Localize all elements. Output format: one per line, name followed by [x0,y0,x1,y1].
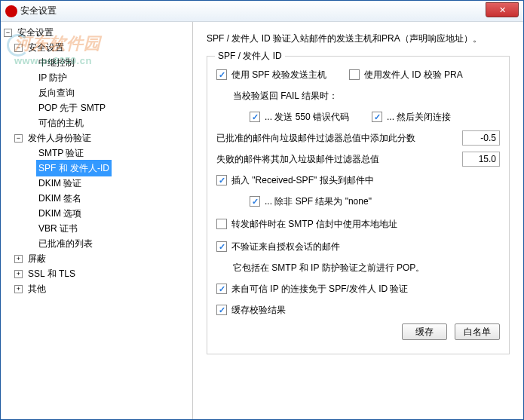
toggle-icon[interactable]: − [14,134,23,143]
toggle-icon[interactable]: − [14,44,23,52]
toggle-icon[interactable]: + [14,255,23,263]
cache-button[interactable]: 缓存 [402,323,447,340]
tree-item-spf-senderid[interactable]: SPF 和 发件人-ID [25,161,192,176]
chk-unless-none[interactable] [250,196,260,207]
label-trusted-exempt: 来自可信 IP 的连接免于 SPF/发件人 ID 验证 [231,283,408,296]
label-failed-score: 失败的邮件将其加入垃圾邮件过滤器总值 [216,153,379,166]
label-close-conn: ... 然后关闭连接 [387,111,451,124]
chk-close-conn[interactable] [372,112,382,122]
label-fail-result: 当校验返回 FAIL 结果时： [233,90,338,103]
label-forward-local: 转发邮件时在 SMTP 信封中使用本地地址 [231,218,397,231]
chk-trusted-exempt[interactable] [216,284,227,294]
label-unless-none: ... 除非 SPF 结果为 "none" [265,195,372,208]
toggle-icon[interactable]: + [14,285,23,293]
label-cache-results: 缓存校验结果 [231,304,286,317]
tree-item-reverse-lookup[interactable]: 反向查询 [25,85,192,100]
titlebar: 安全设置 ✕ [1,1,523,22]
chk-no-verify-auth[interactable] [216,241,227,252]
input-failed-score[interactable] [462,152,500,167]
chk-forward-local[interactable] [216,219,227,229]
toggle-icon[interactable]: − [4,29,12,37]
tree-root[interactable]: −安全设置 [4,25,192,40]
tree-panel: 河东软件园 www.pc0359.cn −安全设置 −安全设置 中继控制 IP … [1,22,193,420]
tree-item-ip-shield[interactable]: IP 防护 [25,70,192,85]
tree: −安全设置 −安全设置 中继控制 IP 防护 反向查询 POP 先于 SMTP … [1,25,192,296]
tree-item-dkim-options[interactable]: DKIM 选项 [25,206,192,221]
page-description: SPF / 发件人 ID 验证入站邮件的发送主机和PRA（声明响应地址）。 [207,32,510,45]
window-title: 安全设置 [20,5,57,17]
tree-item-smtp-auth[interactable]: SMTP 验证 [25,146,192,161]
label-includes-pop: 它包括在 SMTP 和 IP 防护验证之前进行 POP。 [233,262,424,274]
label-use-spf: 使用 SPF 校验发送主机 [231,69,326,81]
content-panel: SPF / 发件人 ID 验证入站邮件的发送主机和PRA（声明响应地址）。 SP… [193,22,523,420]
whitelist-button[interactable]: 白名单 [455,323,500,340]
tree-node-ssl-tls[interactable]: +SSL 和 TLS [14,266,192,281]
tree-node-sender-auth[interactable]: −发件人身份验证 [14,130,192,146]
tree-item-pop-before-smtp[interactable]: POP 先于 SMTP [25,100,192,115]
chk-insert-header[interactable] [216,175,227,185]
chk-cache-results[interactable] [216,305,227,315]
tree-item-dkim-verify[interactable]: DKIM 验证 [25,176,192,191]
chk-use-spf[interactable] [216,69,227,80]
close-button[interactable]: ✕ [486,2,519,17]
tree-item-relay[interactable]: 中继控制 [25,55,192,70]
label-use-sender-id: 使用发件人 ID 校验 PRA [364,69,463,81]
input-approved-score[interactable] [462,130,500,146]
label-approved-score: 已批准的邮件向垃圾邮件过滤器总值中添加此分数 [216,132,415,145]
chk-send-550[interactable] [250,112,260,122]
toggle-icon[interactable]: + [14,270,23,278]
fieldset-legend: SPF / 发件人 ID [215,50,285,63]
chk-use-sender-id[interactable] [349,69,360,80]
spf-fieldset: SPF / 发件人 ID 使用 SPF 校验发送主机 使用发件人 ID 校验 P… [207,56,510,354]
tree-node-screening[interactable]: +屏蔽 [14,251,192,266]
label-send-550: ... 发送 550 错误代码 [265,111,349,124]
label-no-verify-auth: 不验证来自授权会话的邮件 [231,241,340,253]
label-insert-header: 插入 "Received-SPF" 报头到邮件中 [231,174,374,187]
tree-node-security[interactable]: −安全设置 [14,40,192,55]
tree-node-other[interactable]: +其他 [14,281,192,296]
tree-item-trusted-hosts[interactable]: 可信的主机 [25,115,192,130]
tree-item-dkim-sign[interactable]: DKIM 签名 [25,191,192,206]
tree-item-approved-list[interactable]: 已批准的列表 [25,236,192,251]
app-icon [5,5,17,17]
tree-item-vbr[interactable]: VBR 证书 [25,221,192,236]
